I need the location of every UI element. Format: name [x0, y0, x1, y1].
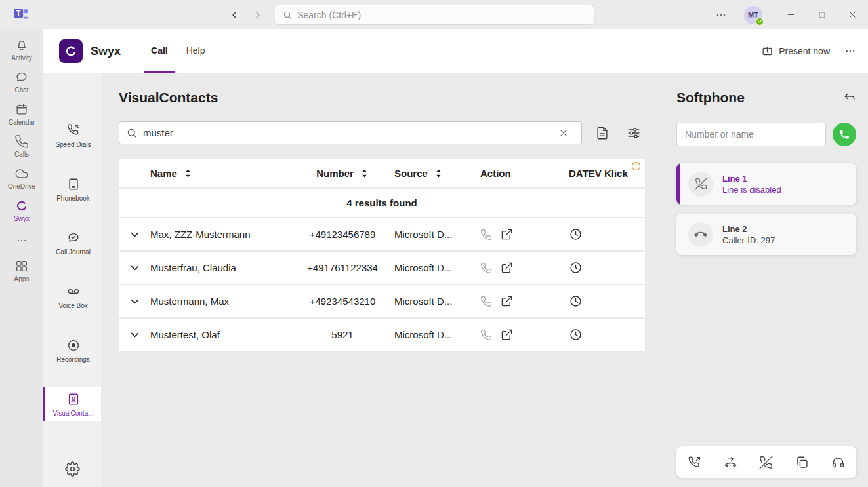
minimize-button[interactable]: [775, 0, 806, 29]
row-expander-button[interactable]: [119, 262, 150, 274]
call-forwarding-button[interactable]: [717, 449, 743, 475]
rail-item-label: OneDrive: [8, 183, 35, 190]
chevron-down-icon: [129, 228, 141, 241]
present-now-button[interactable]: Present now: [761, 45, 830, 58]
contact-name: Musterfrau, Claudia: [150, 262, 291, 273]
clock-icon: [569, 328, 583, 341]
contact-source: Microsoft D...: [394, 229, 472, 240]
back-button[interactable]: [227, 7, 243, 23]
sort-icon[interactable]: [434, 168, 443, 178]
line-2-card[interactable]: Line 2 Caller-ID: 297: [676, 214, 856, 255]
filter-button[interactable]: [623, 122, 645, 144]
record-icon: [66, 338, 81, 353]
phone-icon: [480, 329, 492, 341]
sort-icon[interactable]: [184, 168, 192, 178]
chevron-down-icon: [129, 328, 141, 341]
results-count: 4 results found: [119, 189, 645, 218]
rail-item-onedrive[interactable]: OneDrive: [0, 166, 43, 190]
info-icon[interactable]: [630, 161, 642, 172]
header-more-button[interactable]: [844, 45, 856, 57]
titlebar-more-button[interactable]: [715, 9, 727, 21]
forward-button[interactable]: [249, 7, 265, 23]
page-title: VisualContacts: [119, 90, 645, 106]
sidebar-item-phonebook[interactable]: Phonebook: [43, 172, 101, 206]
rail-item-swyx[interactable]: Swyx: [0, 199, 43, 222]
datev-history-button[interactable]: [565, 227, 645, 241]
datev-history-button[interactable]: [565, 294, 645, 308]
contact-search-input[interactable]: [143, 127, 547, 138]
sidebar-item-visualcontacts[interactable]: VisualConta...: [43, 387, 101, 421]
lines-button[interactable]: [789, 449, 816, 475]
main-content: VisualContacts: [101, 73, 663, 487]
headset-icon: [831, 456, 845, 469]
sidebar-item-label: VisualConta...: [52, 410, 93, 417]
line-status: Line is disabled: [722, 185, 781, 195]
tab-call[interactable]: Call: [144, 29, 175, 73]
external-link-icon: [501, 262, 513, 274]
sidebar-item-recordings[interactable]: Recordings: [43, 334, 101, 368]
rail-item-chat[interactable]: Chat: [0, 70, 43, 94]
titlebar: T MT: [0, 0, 868, 29]
softphone-title: Softphone: [676, 90, 745, 106]
row-expander-button[interactable]: [119, 328, 150, 341]
sort-icon[interactable]: [360, 168, 369, 178]
datev-history-button[interactable]: [565, 328, 645, 341]
app-name: Swyx: [91, 45, 121, 58]
open-contact-button[interactable]: [501, 328, 513, 341]
contact-number: 5921: [291, 329, 394, 340]
avatar[interactable]: MT: [744, 6, 762, 24]
maximize-button[interactable]: [806, 0, 837, 29]
call-contact-button[interactable]: [480, 329, 492, 341]
line-1-card[interactable]: Line 1 Line is disabled: [676, 163, 856, 205]
sidebar-item-call-journal[interactable]: Call Journal: [43, 226, 101, 260]
column-header-number[interactable]: Number: [316, 168, 354, 179]
settings-button[interactable]: [65, 461, 80, 477]
rail-more-button[interactable]: [16, 231, 28, 250]
datev-history-button[interactable]: [565, 261, 645, 275]
row-expander-button[interactable]: [119, 228, 150, 241]
open-contact-button[interactable]: [501, 228, 513, 241]
export-button[interactable]: [591, 122, 613, 144]
external-link-icon: [501, 228, 513, 241]
call-contact-button[interactable]: [480, 296, 492, 307]
call-contact-button[interactable]: [480, 262, 492, 274]
contact-number: +491761122334: [291, 262, 394, 273]
global-search[interactable]: [274, 5, 594, 25]
pickup-call-button[interactable]: [681, 449, 707, 475]
column-header-name[interactable]: Name: [150, 168, 177, 179]
call-button[interactable]: [833, 123, 856, 146]
app-tabs: Call Help: [144, 29, 211, 73]
close-button[interactable]: [837, 0, 868, 29]
sidebar-item-speed-dials[interactable]: Speed Dials: [43, 119, 101, 153]
apps-icon: [14, 259, 29, 273]
ellipsis-icon: [16, 235, 28, 246]
contact-search[interactable]: [119, 121, 582, 144]
do-not-disturb-button[interactable]: [753, 449, 779, 475]
tab-help[interactable]: Help: [180, 29, 212, 73]
present-icon: [761, 45, 774, 58]
clear-search-button[interactable]: [552, 122, 575, 144]
rail-item-calendar[interactable]: Calendar: [0, 102, 43, 126]
sidebar-item-label: Phonebook: [56, 195, 90, 202]
column-header-source[interactable]: Source: [394, 168, 428, 179]
call-contact-button[interactable]: [480, 229, 492, 241]
sidebar-item-voice-box[interactable]: Voice Box: [43, 280, 101, 314]
open-contact-button[interactable]: [501, 295, 513, 307]
calendar-icon: [14, 102, 29, 117]
phone-outgoing-icon: [688, 456, 701, 469]
contact-number: +49123456789: [291, 229, 394, 240]
dial-input[interactable]: [676, 123, 826, 146]
open-contact-button[interactable]: [501, 262, 513, 274]
global-search-input[interactable]: [297, 10, 586, 20]
chevron-left-icon: [229, 9, 241, 21]
swyx-logo-icon: [59, 39, 83, 63]
rail-item-apps[interactable]: Apps: [0, 259, 43, 282]
headset-button[interactable]: [825, 449, 852, 475]
rail-item-activity[interactable]: Activity: [0, 38, 43, 62]
row-expander-button[interactable]: [119, 295, 150, 307]
table-row: Musterfrau, Claudia +491761122334 Micros…: [119, 252, 645, 285]
app-header: Swyx Call Help Present now: [43, 29, 868, 73]
undock-panel-button[interactable]: [843, 91, 856, 104]
rail-item-calls[interactable]: Calls: [0, 134, 43, 158]
phone-icon: [14, 134, 29, 149]
